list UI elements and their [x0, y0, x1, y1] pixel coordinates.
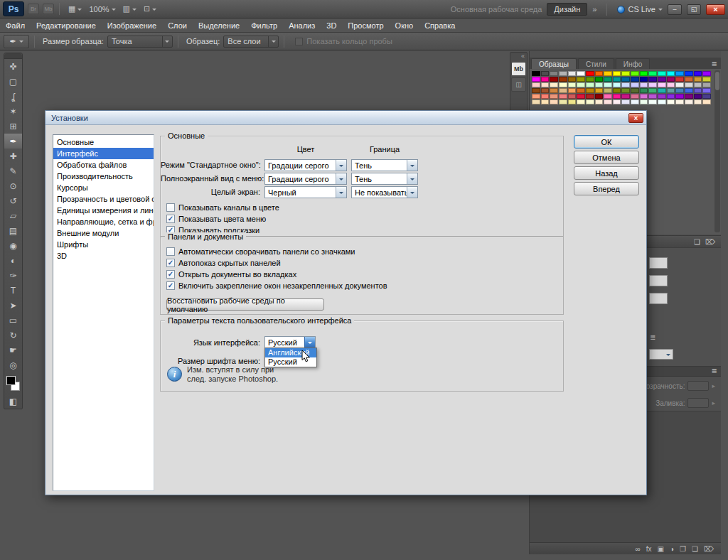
fullscreen-with-menu-mode-color-dropdown[interactable]: Градации серого: [264, 173, 347, 185]
back-button[interactable]: Назад: [574, 166, 639, 180]
fill-value-box[interactable]: [687, 398, 709, 408]
color-swatch[interactable]: [675, 82, 684, 87]
color-swatch[interactable]: [640, 77, 648, 82]
color-swatch[interactable]: [702, 77, 711, 82]
color-swatch[interactable]: [702, 71, 711, 76]
panel-menu-icon[interactable]: ≣: [712, 60, 717, 69]
color-swatch[interactable]: [648, 88, 657, 93]
hand-tool[interactable]: ☛: [4, 343, 22, 357]
clone-stamp-tool[interactable]: ⊙: [4, 178, 22, 193]
show-menu-colors-checkbox[interactable]: ✓Показывать цвета меню: [166, 215, 266, 223]
color-swatch[interactable]: [658, 88, 666, 93]
quick-selection-tool[interactable]: ✶: [4, 104, 22, 119]
color-swatch[interactable]: [667, 99, 675, 104]
zoom-level-dropdown[interactable]: 100%: [85, 4, 119, 15]
ok-button[interactable]: ОК: [574, 135, 639, 149]
color-swatch[interactable]: [532, 99, 540, 104]
color-swatch[interactable]: [595, 99, 604, 104]
color-swatch[interactable]: [694, 71, 702, 76]
enable-floating-document-docking-checkbox[interactable]: ✓Включить закрепление окон незакрепленны…: [166, 281, 387, 290]
panel-menu-icon[interactable]: ≣: [712, 367, 717, 376]
cancel-button[interactable]: Отмена: [574, 151, 639, 164]
color-swatch[interactable]: [702, 82, 711, 87]
pref-category-item[interactable]: Производительность: [53, 171, 154, 182]
color-swatch[interactable]: [694, 77, 702, 82]
panel-tab[interactable]: Образцы: [531, 58, 577, 69]
color-swatch[interactable]: [648, 77, 657, 82]
color-swatch[interactable]: [586, 71, 594, 76]
color-swatch[interactable]: [640, 82, 648, 87]
fullscreen-with-menu-mode-border-dropdown[interactable]: Тень: [351, 173, 418, 185]
color-swatch[interactable]: [550, 71, 558, 76]
color-swatch[interactable]: [568, 77, 577, 82]
color-swatch[interactable]: [658, 94, 666, 99]
gradient-tool[interactable]: ▤: [4, 223, 22, 238]
minimize-button[interactable]: –: [668, 4, 682, 15]
dropdown-arrow-icon[interactable]: [336, 173, 346, 184]
pen-tool[interactable]: ✑: [4, 268, 22, 283]
color-swatch[interactable]: [532, 88, 540, 93]
eraser-tool[interactable]: ▱: [4, 208, 22, 223]
move-tool[interactable]: ✜: [4, 59, 22, 74]
color-swatch[interactable]: [702, 99, 711, 104]
color-swatch[interactable]: [631, 88, 639, 93]
color-swatch[interactable]: [550, 88, 558, 93]
color-swatch[interactable]: [559, 71, 567, 76]
checkbox-checked-icon[interactable]: ✓: [166, 281, 175, 290]
menu-item[interactable]: Окно: [390, 18, 419, 33]
color-swatch[interactable]: [577, 77, 585, 82]
layer-style-icon[interactable]: fx: [646, 545, 652, 553]
healing-brush-tool[interactable]: ✚: [4, 149, 22, 163]
standard-window-mode-border-dropdown[interactable]: Тень: [351, 159, 418, 171]
color-swatch[interactable]: [675, 71, 684, 76]
color-swatch[interactable]: [595, 88, 604, 93]
show-channels-in-color-checkbox[interactable]: Показывать каналы в цвете: [166, 203, 279, 212]
delete-layer-icon[interactable]: ⌦: [704, 545, 714, 553]
color-swatch[interactable]: [631, 82, 639, 87]
color-swatch[interactable]: [568, 99, 577, 104]
panel-tab[interactable]: Стили: [578, 58, 614, 69]
color-swatch[interactable]: [595, 94, 604, 99]
color-swatch[interactable]: [541, 71, 550, 76]
color-swatch[interactable]: [586, 94, 594, 99]
auto-show-hidden-panels-checkbox[interactable]: ✓Автопоказ скрытых панелей: [166, 259, 281, 267]
color-swatch[interactable]: [604, 77, 612, 82]
screen-mode-button[interactable]: ⊡: [140, 3, 160, 15]
color-swatch[interactable]: [640, 88, 648, 93]
fullscreen-mode-color-dropdown[interactable]: Черный: [264, 186, 347, 198]
mini-bridge-panel-button[interactable]: Mb: [511, 62, 526, 76]
dropdown-arrow-icon[interactable]: [304, 337, 315, 348]
workspace-overflow-icon[interactable]: »: [592, 5, 596, 14]
color-swatch[interactable]: [702, 94, 711, 99]
color-swatch[interactable]: [648, 71, 657, 76]
color-swatch[interactable]: [586, 99, 594, 104]
color-swatch[interactable]: [694, 82, 702, 87]
link-layers-icon[interactable]: ∞: [636, 545, 641, 553]
color-swatch[interactable]: [586, 88, 594, 93]
panel-control-fragment[interactable]: [649, 275, 668, 286]
sample-size-dropdown[interactable]: Точка: [107, 36, 173, 48]
color-swatch[interactable]: [613, 99, 621, 104]
color-swatch[interactable]: [631, 71, 639, 76]
dialog-titlebar[interactable]: Установки ×: [46, 111, 646, 125]
color-swatch[interactable]: [532, 94, 540, 99]
arrange-documents-button[interactable]: ▥: [119, 3, 140, 15]
layer-mask-icon[interactable]: ▣: [657, 545, 663, 553]
color-swatch[interactable]: [675, 88, 684, 93]
cs-live-button[interactable]: CS Live: [617, 5, 663, 14]
color-swatch[interactable]: [595, 82, 604, 87]
color-swatch[interactable]: [541, 94, 550, 99]
opacity-value-box[interactable]: [687, 381, 709, 391]
checkbox-checked-icon[interactable]: ✓: [166, 215, 175, 223]
color-swatch[interactable]: [532, 71, 540, 76]
color-swatch[interactable]: [613, 82, 621, 87]
checkbox-unchecked-icon[interactable]: [166, 203, 175, 212]
color-swatch[interactable]: [675, 94, 684, 99]
adjustment-layer-icon[interactable]: ◑: [670, 545, 674, 553]
auto-collapse-panels-checkbox[interactable]: Автоматически сворачивать панели со знач…: [166, 247, 355, 256]
color-swatch[interactable]: [640, 99, 648, 104]
color-swatch[interactable]: [568, 88, 577, 93]
color-swatch[interactable]: [658, 71, 666, 76]
color-swatch[interactable]: [604, 71, 612, 76]
color-swatch[interactable]: [577, 88, 585, 93]
